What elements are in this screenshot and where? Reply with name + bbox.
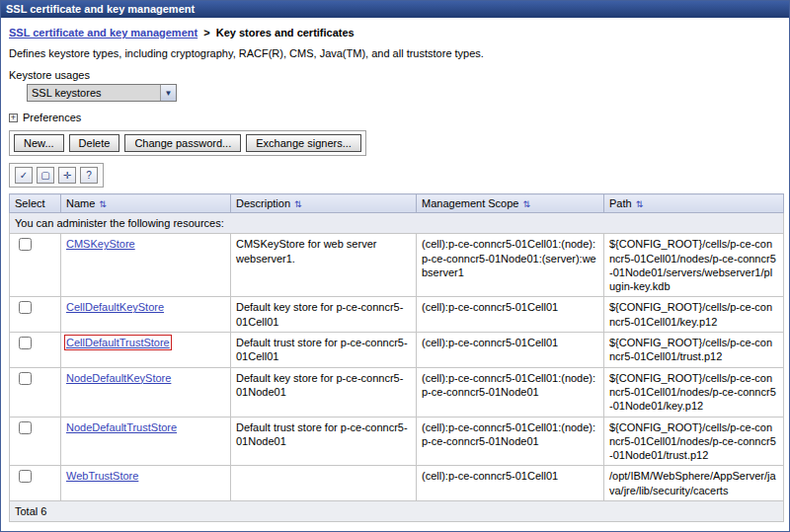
column-header-name: Name⇅ <box>61 194 231 213</box>
keystore-usages-label: Keystore usages <box>9 69 781 81</box>
preferences-label: Preferences <box>23 112 81 123</box>
row-select-checkbox[interactable] <box>19 238 32 251</box>
change-password-button[interactable]: Change password... <box>124 134 241 152</box>
table-row: CellDefaultTrustStore Default trust stor… <box>10 333 784 368</box>
row-select-checkbox[interactable] <box>19 421 32 434</box>
table-row: CMSKeyStore CMSKeyStore for web server w… <box>10 234 784 297</box>
table-header-row: Select Name⇅ Description⇅ Management Sco… <box>10 194 784 213</box>
keystore-management-scope: (cell):p-ce-conncr5-01Cell01 <box>417 333 604 368</box>
show-filter-icon[interactable]: ✛ <box>58 167 76 184</box>
table-row: CellDefaultKeyStore Default key store fo… <box>10 297 784 333</box>
breadcrumb-parent-link[interactable]: SSL certificate and key management <box>9 27 198 38</box>
dropdown-arrow-icon: ▼ <box>160 85 176 101</box>
column-header-select: Select <box>10 194 61 213</box>
column-header-path: Path⇅ <box>604 194 784 213</box>
keystore-description: Default trust store for p-ce-conncr5-01N… <box>231 417 417 466</box>
row-select-checkbox[interactable] <box>19 372 32 385</box>
keystore-usages-select[interactable]: SSL keystores ▼ <box>27 84 177 102</box>
keystore-path: ${CONFIG_ROOT}/cells/p-ce-conncr5-01Cell… <box>604 333 784 368</box>
keystore-path: ${CONFIG_ROOT}/cells/p-ce-conncr5-01Cell… <box>604 234 784 297</box>
keystore-management-scope: (cell):p-ce-conncr5-01Cell01:(node):p-ce… <box>417 234 604 297</box>
sort-name-icon[interactable]: ⇅ <box>99 199 107 209</box>
admin-note-text: You can administer the following resourc… <box>10 213 784 234</box>
keystore-description: Default key store for p-ce-conncr5-01Nod… <box>231 367 417 417</box>
exchange-signers-button[interactable]: Exchange signers... <box>246 134 361 152</box>
row-select-checkbox[interactable] <box>19 301 32 314</box>
table-total-row: Total 6 <box>10 501 784 522</box>
keystore-usages-selected-value: SSL keystores <box>28 85 160 101</box>
keystore-path: ${CONFIG_ROOT}/cells/p-ce-conncr5-01Cell… <box>604 417 784 466</box>
total-count: Total 6 <box>10 501 784 522</box>
keystore-path: /opt/IBM/WebSphere/AppServer/java/jre/li… <box>604 466 784 501</box>
window-title: SSL certificate and key management <box>6 3 195 15</box>
column-header-management-scope: Management Scope⇅ <box>417 194 604 213</box>
keystore-path: ${CONFIG_ROOT}/cells/p-ce-conncr5-01Cell… <box>604 367 784 417</box>
app-window: SSL certificate and key management SSL c… <box>0 0 790 532</box>
keystore-link[interactable]: CMSKeyStore <box>66 238 135 250</box>
keystore-path: ${CONFIG_ROOT}/cells/p-ce-conncr5-01Cell… <box>604 297 784 333</box>
admin-note-row: You can administer the following resourc… <box>10 213 784 234</box>
breadcrumb-separator: > <box>203 27 209 38</box>
keystore-link[interactable]: NodeDefaultTrustStore <box>66 421 177 433</box>
deselect-all-icon[interactable]: ▢ <box>37 167 54 184</box>
sort-scope-icon[interactable]: ⇅ <box>522 199 530 209</box>
keystore-description: Default key store for p-ce-conncr5-01Cel… <box>231 297 417 333</box>
keystore-link[interactable]: CellDefaultKeyStore <box>66 301 164 313</box>
action-button-bar: New... Delete Change password... Exchang… <box>9 130 366 156</box>
table-row: NodeDefaultKeyStore Default key store fo… <box>10 367 784 417</box>
page-description: Defines keystore types, including crypto… <box>9 47 781 59</box>
help-icon[interactable]: ? <box>80 167 98 184</box>
keystore-management-scope: (cell):p-ce-conncr5-01Cell01:(node):p-ce… <box>417 367 604 417</box>
keystore-link[interactable]: WebTrustStore <box>66 470 138 482</box>
keystore-description: CMSKeyStore for web server webserver1. <box>231 234 417 297</box>
preferences-section: + Preferences <box>9 112 781 123</box>
keystore-link[interactable]: NodeDefaultKeyStore <box>66 372 171 384</box>
row-select-checkbox[interactable] <box>19 470 32 483</box>
keystore-link-highlighted[interactable]: CellDefaultTrustStore <box>66 337 170 348</box>
keystore-management-scope: (cell):p-ce-conncr5-01Cell01 <box>417 297 604 333</box>
table-row: WebTrustStore (cell):p-ce-conncr5-01Cell… <box>10 466 784 501</box>
breadcrumb: SSL certificate and key management > Key… <box>9 27 781 38</box>
row-select-checkbox[interactable] <box>19 337 32 349</box>
column-header-description: Description⇅ <box>231 194 417 213</box>
page-content: SSL certificate and key management > Key… <box>1 18 789 522</box>
table-toolbar: ✓ ▢ ✛ ? <box>9 163 104 188</box>
delete-button[interactable]: Delete <box>69 134 120 152</box>
new-button[interactable]: New... <box>14 134 64 152</box>
keystores-table: Select Name⇅ Description⇅ Management Sco… <box>9 193 784 522</box>
breadcrumb-current: Key stores and certificates <box>216 27 355 38</box>
expand-plus-icon[interactable]: + <box>9 114 18 122</box>
keystore-description: Default trust store for p-ce-conncr5-01C… <box>231 333 417 368</box>
table-row: NodeDefaultTrustStore Default trust stor… <box>10 417 784 466</box>
keystore-description <box>231 466 417 501</box>
sort-path-icon[interactable]: ⇅ <box>636 199 644 209</box>
select-all-icon[interactable]: ✓ <box>15 167 33 184</box>
sort-description-icon[interactable]: ⇅ <box>294 199 302 209</box>
window-titlebar: SSL certificate and key management <box>1 1 789 18</box>
keystore-management-scope: (cell):p-ce-conncr5-01Cell01 <box>417 466 604 501</box>
keystore-management-scope: (cell):p-ce-conncr5-01Cell01:(node):p-ce… <box>417 417 604 466</box>
